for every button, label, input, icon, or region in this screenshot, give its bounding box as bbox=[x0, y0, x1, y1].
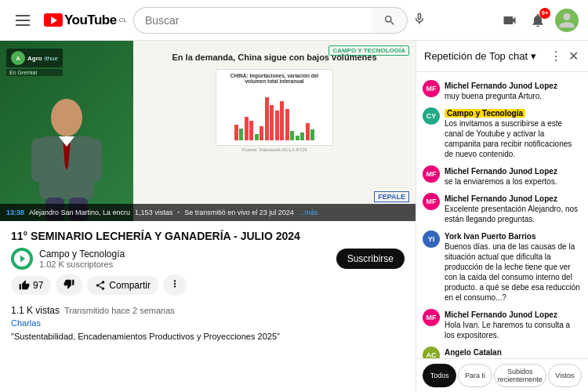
chat-tabs: TodosPara tiSubidos recientementeVistos bbox=[423, 364, 582, 387]
chat-username: Michel Fernando Junod Lopez bbox=[445, 82, 557, 90]
thumbs-down-icon bbox=[64, 278, 74, 289]
notifications-button[interactable]: 9+ bbox=[527, 9, 549, 31]
avatar[interactable] bbox=[555, 9, 579, 32]
chat-close-button[interactable]: ✕ bbox=[567, 47, 580, 65]
chat-tab-subidos-recientemente[interactable]: Subidos recientemente bbox=[494, 364, 546, 387]
youtube-play-icon bbox=[44, 13, 63, 27]
hamburger-menu-button[interactable] bbox=[9, 9, 36, 32]
chat-text: muy buena pregunta Arturo. bbox=[445, 91, 582, 101]
channel-name[interactable]: Campo y Tecnología bbox=[39, 249, 330, 260]
header-left: YouTubeCL bbox=[9, 9, 127, 32]
chat-header-icons: ⋮ ✕ bbox=[548, 47, 580, 65]
chat-user-avatar: MF bbox=[423, 165, 440, 183]
video-info: 11° SEMINARIO LECHERÍA Y GANADERÍA - JUL… bbox=[0, 221, 416, 300]
create-button[interactable] bbox=[499, 9, 521, 31]
more-actions-button[interactable] bbox=[163, 274, 187, 296]
svg-point-0 bbox=[51, 99, 82, 136]
campo-tecnologia-logo-overlay: CAMPO Y TECNOLOGÍA bbox=[328, 45, 409, 56]
video-background: A Agroithue En Gremial bbox=[0, 41, 416, 221]
dislike-button[interactable] bbox=[56, 274, 82, 296]
chart-title: CHINA: Importaciones, variación del volu… bbox=[220, 73, 329, 84]
timestamp-separator: • bbox=[177, 209, 180, 216]
share-icon bbox=[95, 280, 106, 291]
youtube-wordmark: YouTube bbox=[64, 13, 117, 28]
like-count: 97 bbox=[33, 280, 43, 291]
chat-msg-body: York Ivan Puerto Barrios Buenos días. un… bbox=[445, 230, 582, 303]
channel-row: Campo y Tecnología 1.02 K suscriptores S… bbox=[11, 248, 405, 270]
chat-msg-body: Angelo Catalan vamos campo y tecnologia bbox=[445, 347, 582, 358]
meta-stats-row: 1.1 K vistas Transmitido hace 2 semanas bbox=[11, 305, 405, 316]
create-icon bbox=[502, 13, 517, 28]
chat-user-avatar: AC bbox=[423, 347, 440, 358]
header: YouTubeCL 9+ bbox=[0, 0, 588, 41]
ellipsis-icon bbox=[169, 278, 180, 289]
chat-msg-body: Campo y Tecnología Los invitamos a suscr… bbox=[445, 107, 582, 159]
main-container: A Agroithue En Gremial bbox=[0, 41, 588, 392]
svg-rect-3 bbox=[85, 139, 102, 182]
video-title: 11° SEMINARIO LECHERÍA Y GANADERÍA - JUL… bbox=[11, 229, 405, 243]
timestamp-views: 1,153 vistas bbox=[135, 209, 172, 216]
video-player[interactable]: A Agroithue En Gremial bbox=[0, 41, 416, 221]
chart-source: Fuente: Rabobank-DCLA IFCN bbox=[242, 147, 307, 152]
search-icon bbox=[383, 14, 396, 27]
meta-description-area: Charlas bbox=[11, 318, 405, 328]
share-button[interactable]: Compartir bbox=[87, 276, 158, 295]
chat-message: MF Michel Fernando Junod Lopez Excelente… bbox=[416, 190, 588, 227]
chat-username: Michel Fernando Junod Lopez bbox=[445, 310, 557, 319]
left-panel: A Agroithue En Gremial bbox=[0, 41, 133, 221]
chat-tab-todos[interactable]: Todos bbox=[423, 364, 456, 387]
main-content-area: CAMPO Y TECNOLOGÍA En la demanda, China … bbox=[133, 41, 416, 221]
chat-msg-body: Michel Fernando Junod Lopez Hola Ivan. L… bbox=[445, 309, 582, 340]
chat-text: Hola Ivan. Le haremos tu consulta a los … bbox=[445, 320, 582, 340]
ithue-label: ithue bbox=[45, 55, 58, 62]
chat-user-avatar: CY bbox=[423, 107, 440, 125]
chat-username: York Ivan Puerto Barrios bbox=[445, 232, 536, 241]
search-input[interactable] bbox=[133, 7, 372, 34]
chat-footer: TodosPara tiSubidos recientementeVistos bbox=[416, 358, 588, 392]
video-meta: 1.1 K vistas Transmitido hace 2 semanas … bbox=[0, 300, 416, 347]
subscribe-button[interactable]: Suscribirse bbox=[336, 249, 405, 269]
timestamp-more-link[interactable]: ...más bbox=[299, 209, 318, 216]
chat-user-avatar: YI bbox=[423, 230, 440, 248]
chat-message: MF Michel Fernando Junod Lopez muy buena… bbox=[416, 77, 588, 104]
channel-avatar-icon bbox=[13, 249, 31, 268]
chat-message: AC Angelo Catalan vamos campo y tecnolog… bbox=[416, 343, 588, 358]
chat-tab-vistos[interactable]: Vistos bbox=[548, 364, 582, 387]
search-button[interactable] bbox=[372, 7, 408, 34]
agroithue-label: Agro bbox=[27, 55, 42, 62]
chat-options-button[interactable]: ⋮ bbox=[548, 47, 564, 65]
chat-username: Campo y Tecnología bbox=[445, 109, 525, 118]
svg-rect-2 bbox=[31, 139, 49, 182]
agroithue-logos: A Agroithue En Gremial bbox=[6, 49, 63, 76]
chat-section: Repetición de Top chat ▾ ⋮ ✕ MF Michel F… bbox=[416, 41, 588, 392]
chat-text: se la enviaremos a los expertos. bbox=[445, 176, 582, 187]
chat-title: Repetición de Top chat ▾ bbox=[424, 50, 536, 62]
chat-username: Michel Fernando Junod Lopez bbox=[445, 167, 557, 176]
chat-msg-body: Michel Fernando Junod Lopez se la enviar… bbox=[445, 165, 582, 187]
chat-tab-para-ti[interactable]: Para ti bbox=[458, 364, 492, 387]
share-label: Compartir bbox=[109, 280, 151, 291]
chat-message: YI York Ivan Puerto Barrios Buenos días.… bbox=[416, 227, 588, 306]
mic-icon bbox=[412, 12, 426, 26]
action-row: 97 Compartir bbox=[11, 274, 405, 296]
timestamp-bar: 13:38 Alejandro San Martino, La encru 1,… bbox=[0, 204, 416, 221]
gremial-label: En Gremial bbox=[6, 69, 63, 76]
transmitted-text: Transmitido hace 2 semanas bbox=[64, 306, 175, 315]
like-button[interactable]: 97 bbox=[11, 276, 51, 295]
agro-circle-logo: A bbox=[11, 51, 25, 65]
notification-badge: 9+ bbox=[539, 8, 550, 19]
chat-username: Angelo Catalan bbox=[445, 348, 502, 357]
subscriber-count: 1.02 K suscriptores bbox=[39, 260, 330, 269]
timestamp-live-date: Se transmitió en vivo el 23 jul 2024 bbox=[184, 209, 294, 216]
hamburger-icon bbox=[13, 12, 33, 29]
timestamp-link[interactable]: 13:38 bbox=[6, 209, 24, 216]
chat-header: Repetición de Top chat ▾ ⋮ ✕ bbox=[416, 41, 588, 72]
chat-msg-body: Michel Fernando Junod Lopez muy buena pr… bbox=[445, 80, 582, 101]
charlas-tag[interactable]: Charlas bbox=[11, 318, 41, 328]
channel-info: Campo y Tecnología 1.02 K suscriptores bbox=[39, 249, 330, 269]
channel-logo[interactable] bbox=[11, 248, 33, 270]
mic-button[interactable] bbox=[408, 12, 431, 29]
video-section: A Agroithue En Gremial bbox=[0, 41, 416, 392]
avatar-icon bbox=[556, 9, 578, 31]
country-code: CL bbox=[119, 16, 127, 24]
